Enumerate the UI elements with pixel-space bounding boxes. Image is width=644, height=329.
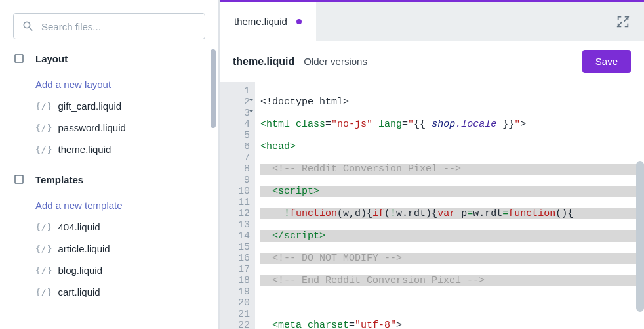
search-input[interactable] — [41, 21, 197, 32]
fold-marker-icon[interactable] — [248, 97, 254, 103]
section-templates: Templates Add a new template {/}404.liqu… — [13, 173, 218, 303]
file-item-gift-card[interactable]: {/}gift_card.liquid — [35, 95, 218, 117]
line-number: 1 — [220, 85, 250, 97]
fold-marker-icon[interactable] — [248, 108, 254, 114]
code-icon: {/} — [35, 287, 52, 297]
older-versions-link[interactable]: Older versions — [304, 56, 367, 67]
expand-icon — [616, 14, 630, 29]
add-template-link[interactable]: Add a new template — [13, 194, 218, 216]
line-number: 9 — [220, 175, 250, 186]
tab-label: theme.liquid — [234, 16, 287, 27]
line-number: 17 — [220, 264, 250, 275]
code-area[interactable]: <!doctype html> <html class="no-js" lang… — [255, 82, 644, 329]
line-number: 21 — [220, 309, 250, 320]
section-title: Templates — [35, 174, 83, 185]
file-name: password.liquid — [58, 122, 125, 133]
scrollbar-thumb[interactable] — [211, 49, 216, 128]
line-number: 3 — [220, 108, 250, 119]
line-number: 8 — [220, 164, 250, 175]
section-title: Layout — [35, 53, 68, 64]
file-tree: Layout Add a new layout {/}gift_card.liq… — [0, 39, 218, 316]
file-name: gift_card.liquid — [58, 100, 121, 112]
line-number: 10 — [220, 186, 250, 197]
file-item-theme[interactable]: {/}theme.liquid — [35, 139, 218, 160]
save-button[interactable]: Save — [582, 50, 631, 73]
tab-theme-liquid[interactable]: theme.liquid — [220, 0, 316, 41]
code-icon: {/} — [35, 144, 52, 154]
line-number: 15 — [220, 242, 250, 253]
code-icon: {/} — [35, 101, 52, 111]
file-name: article.liquid — [58, 243, 110, 254]
line-number: 14 — [220, 230, 250, 242]
app-root: Layout Add a new layout {/}gift_card.liq… — [0, 0, 644, 329]
section-header-templates[interactable]: Templates — [13, 173, 218, 185]
code-icon: {/} — [35, 244, 52, 253]
line-number: 5 — [220, 130, 250, 141]
line-number: 16 — [220, 253, 250, 264]
dirty-indicator-icon — [296, 19, 302, 24]
file-item-article[interactable]: {/}article.liquid — [35, 238, 218, 259]
search-wrap — [0, 0, 218, 39]
line-number: 2 — [220, 97, 250, 108]
editor-vertical-scrollbar[interactable] — [636, 161, 644, 312]
file-name: theme.liquid — [58, 144, 111, 155]
download-icon — [13, 53, 25, 64]
file-name: cart.liquid — [58, 286, 100, 297]
line-number: 18 — [220, 275, 250, 286]
file-title: theme.liquid — [233, 56, 294, 68]
line-number: 7 — [220, 152, 250, 164]
search-box[interactable] — [13, 13, 205, 39]
line-gutter: 12345678910111213141516171819202122 — [220, 82, 255, 329]
line-number: 11 — [220, 197, 250, 208]
tab-bar: theme.liquid — [220, 0, 644, 41]
code-editor[interactable]: 12345678910111213141516171819202122 <!do… — [220, 82, 644, 329]
file-header: theme.liquid Older versions Save — [220, 41, 644, 82]
code-icon: {/} — [35, 123, 52, 133]
file-item-blog[interactable]: {/}blog.liquid — [35, 259, 218, 281]
line-number: 4 — [220, 119, 250, 130]
main-panel: theme.liquid theme.liquid Older versions… — [220, 0, 644, 329]
add-layout-link[interactable]: Add a new layout — [13, 74, 218, 95]
line-number: 22 — [220, 320, 250, 329]
file-name: 404.liquid — [58, 221, 100, 232]
line-number: 20 — [220, 297, 250, 309]
section-header-layout[interactable]: Layout — [13, 53, 218, 64]
file-item-cart[interactable]: {/}cart.liquid — [35, 281, 218, 303]
file-item-404[interactable]: {/}404.liquid — [35, 216, 218, 238]
line-number: 19 — [220, 286, 250, 297]
expand-button[interactable] — [613, 11, 634, 32]
search-icon — [22, 20, 35, 33]
file-name: blog.liquid — [58, 265, 102, 276]
file-item-password[interactable]: {/}password.liquid — [35, 117, 218, 139]
section-layout: Layout Add a new layout {/}gift_card.liq… — [13, 53, 218, 160]
line-number: 13 — [220, 219, 250, 230]
download-icon — [13, 173, 25, 185]
code-icon: {/} — [35, 265, 52, 275]
line-number: 12 — [220, 208, 250, 219]
file-sidebar: Layout Add a new layout {/}gift_card.liq… — [0, 0, 220, 329]
line-number: 6 — [220, 141, 250, 152]
code-icon: {/} — [35, 222, 52, 232]
